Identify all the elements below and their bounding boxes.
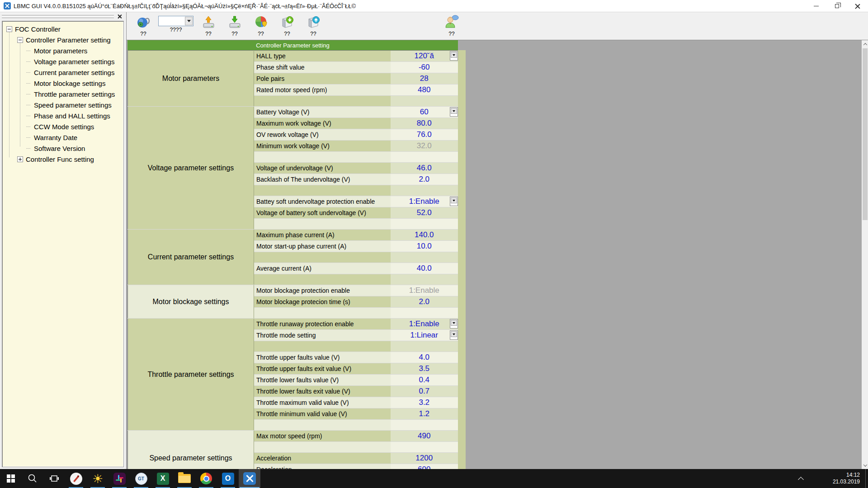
param-value-cell[interactable]: 2.0 [391,174,458,185]
param-value-cell[interactable]: 1:Enable [391,319,458,330]
param-value[interactable]: 76.0 [417,130,432,139]
param-value[interactable]: 1:Enable [409,197,439,206]
param-value-cell[interactable]: 28 [391,73,458,84]
expander-plus-icon[interactable] [17,156,23,162]
panel-gripper[interactable] [2,14,114,15]
tree-item-phase-and-hall-settings[interactable]: Phase and HALL settings [2,110,123,121]
param-value-cell[interactable]: 32.0 [391,141,458,152]
tree-item-controller-parameter-setting[interactable]: Controller Parameter setting [2,34,123,45]
param-value-cell[interactable]: 2.0 [391,296,458,308]
tree-item-speed-parameter-settings[interactable]: Speed parameter settings [2,99,123,110]
param-value[interactable]: 480 [418,85,430,94]
toolbar-connect-button[interactable]: ?? [130,13,156,37]
param-value[interactable]: 32.0 [417,141,432,150]
param-value[interactable]: -60 [419,63,430,71]
param-value[interactable]: 80.0 [417,119,432,127]
param-value-cell[interactable]: 1:Enable [391,285,458,296]
tree-item-motor-parameters[interactable]: Motor parameters [2,45,123,56]
param-value[interactable]: 46.0 [417,164,432,172]
param-value-cell[interactable]: 40.0 [391,263,458,274]
scrollbar-thumb[interactable] [863,48,868,220]
param-value[interactable]: 60 [420,108,429,116]
taskbar-app-gt-red[interactable] [65,469,87,488]
param-value[interactable]: 3.5 [419,364,429,373]
param-value-cell[interactable]: 10.0 [391,241,458,252]
combobox-arrow-button[interactable] [185,17,193,25]
tree-item-motor-blockage-settings[interactable]: Motor blockage settings [2,78,123,89]
value-dropdown-button[interactable] [450,197,458,206]
toolbar-export-button[interactable]: ?? [300,13,326,37]
expander-minus-icon[interactable] [17,37,23,43]
taskbar-app-lbmc-active[interactable] [239,469,260,488]
param-value[interactable]: 1:Linear [410,331,438,339]
task-view-button[interactable] [43,469,65,488]
taskbar-app-sun[interactable]: ☀ [87,469,108,488]
param-value-cell[interactable]: 600 [391,464,458,469]
toolbar-upload-button[interactable]: ?? [195,13,222,37]
taskbar-app-outlook[interactable]: O [217,469,239,488]
tree-item-ccw-mode-settings[interactable]: CCW Mode settings [2,121,123,132]
port-combobox[interactable] [158,16,193,26]
param-value[interactable]: 600 [418,465,430,469]
param-value[interactable]: 140.0 [415,230,434,239]
param-value-cell[interactable]: 140.0 [391,230,458,241]
param-value[interactable]: 1:Enable [409,286,439,295]
taskbar-app-explorer[interactable] [174,469,195,488]
param-value-cell[interactable]: 4.0 [391,352,458,363]
scroll-down-button[interactable] [862,461,868,469]
param-value-cell[interactable]: 1:Enable [391,196,458,207]
show-desktop-button[interactable] [865,469,868,488]
value-dropdown-button[interactable] [450,107,458,117]
panel-close-button[interactable] [117,14,123,19]
toolbar-import-button[interactable]: ?? [274,13,300,37]
panel-gripper[interactable] [2,17,114,18]
hidden-icons-chevron[interactable] [798,477,804,483]
restore-button[interactable] [826,0,847,12]
tree-item-voltage-parameter-settings[interactable]: Voltage parameter settings [2,56,123,67]
tree-item-foc-controller[interactable]: FOC Controller [2,23,123,34]
value-dropdown-button[interactable] [450,330,458,340]
param-value-cell[interactable]: 1200 [391,453,458,464]
param-value[interactable]: 120˘ă [415,52,434,60]
param-value-cell[interactable]: 1:Linear [391,330,458,341]
expander-minus-icon[interactable] [6,26,12,32]
param-value[interactable]: 0.7 [419,387,429,395]
param-value[interactable]: 52.0 [417,208,432,217]
param-value-cell[interactable]: 1.2 [391,408,458,420]
close-button[interactable] [847,0,868,12]
value-dropdown-button[interactable] [450,319,458,328]
param-value[interactable]: 40.0 [417,264,432,272]
taskbar-app-slack[interactable] [108,469,130,488]
toolbar-user-button[interactable]: ?? [439,13,465,37]
param-value-cell[interactable]: 3.2 [391,397,458,408]
param-value-cell[interactable]: 0.4 [391,375,458,386]
taskbar-app-gt-blue[interactable]: GT [130,469,152,488]
minimize-button[interactable] [806,0,826,12]
param-value[interactable]: 2.0 [419,297,429,306]
param-value-cell[interactable]: -60 [391,62,458,73]
param-value[interactable]: 490 [418,432,430,440]
start-button[interactable] [0,469,22,488]
scroll-up-button[interactable] [862,40,868,48]
param-value-cell[interactable]: 46.0 [391,163,458,174]
param-value[interactable]: 28 [420,74,429,83]
value-dropdown-button[interactable] [450,51,458,61]
param-value-cell[interactable]: 60 [391,107,458,118]
tree-item-current-parameter-settings[interactable]: Current parameter settings [2,67,123,78]
param-value[interactable]: 2.0 [419,175,429,183]
vertical-scrollbar[interactable] [862,40,868,469]
param-value-cell[interactable]: 0.7 [391,386,458,397]
param-value-cell[interactable]: 76.0 [391,129,458,141]
toolbar-verify-button[interactable]: ?? [248,13,274,37]
taskbar-app-chrome[interactable] [195,469,217,488]
param-value[interactable]: 1:Enable [409,319,439,328]
param-value-cell[interactable]: 52.0 [391,207,458,219]
param-value-cell[interactable]: 480 [391,84,458,96]
param-value-cell[interactable]: 80.0 [391,118,458,129]
tree-item-software-version[interactable]: Software Version [2,143,123,154]
param-value[interactable]: 0.4 [419,375,429,384]
taskbar-clock[interactable]: 14:12 21.03.2019 [833,472,860,485]
tree-item-warranty-date[interactable]: Warranty Date [2,132,123,143]
tree-item-controller-func-setting[interactable]: Controller Func setting [2,154,123,164]
param-value[interactable]: 1200 [415,454,433,462]
